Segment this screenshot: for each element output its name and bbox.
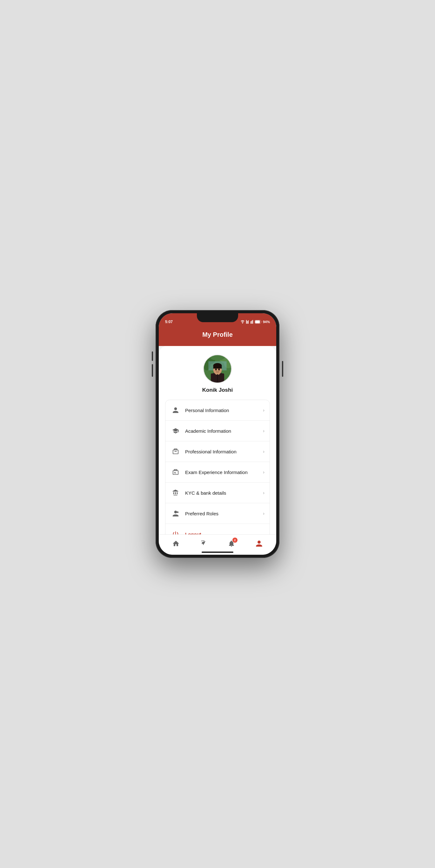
kyc-label: KYC & bank details — [185, 490, 263, 496]
battery-label: 94% — [263, 320, 270, 324]
menu-item-professional[interactable]: Professional Information › — [165, 441, 270, 462]
user-name: Konik Joshi — [202, 387, 233, 393]
svg-rect-21 — [213, 365, 222, 369]
home-indicator — [202, 552, 233, 553]
page-title: My Profile — [159, 331, 276, 338]
personal-info-label: Personal Information — [185, 408, 263, 413]
chevron-right-icon: › — [263, 408, 265, 413]
menu-list: Personal Information › Academic Informat… — [165, 400, 270, 534]
nav-item-profile[interactable] — [245, 539, 273, 548]
phone-screen: 5:07 94% My Profile — [159, 313, 276, 555]
phone-frame: 5:07 94% My Profile — [156, 310, 279, 558]
nav-item-rupee[interactable] — [190, 539, 218, 548]
rupee-icon — [199, 539, 208, 548]
menu-item-preferred-roles[interactable]: Preferred Roles › — [165, 503, 270, 524]
academic-info-label: Academic Information — [185, 428, 263, 434]
menu-item-academic[interactable]: Academic Information › — [165, 421, 270, 441]
person-icon — [170, 405, 181, 415]
menu-item-kyc[interactable]: KYC & bank details › — [165, 483, 270, 503]
status-icons: 94% — [241, 320, 270, 324]
menu-item-personal[interactable]: Personal Information › — [165, 400, 270, 421]
profile-card: Konik Joshi Personal Information › — [159, 346, 276, 534]
bank-icon — [170, 488, 181, 498]
home-icon — [172, 539, 180, 548]
preferred-roles-label: Preferred Roles — [185, 511, 263, 516]
exam-icon — [170, 467, 181, 477]
graduation-icon — [170, 426, 181, 436]
svg-rect-5 — [252, 320, 252, 324]
professional-info-label: Professional Information — [185, 449, 263, 454]
notification-badge: 2 — [232, 537, 237, 542]
chevron-right-icon: › — [263, 490, 265, 495]
main-content: Konik Joshi Personal Information › — [159, 346, 276, 534]
svg-point-23 — [218, 369, 220, 370]
nav-item-notifications[interactable]: 2 — [218, 539, 245, 548]
svg-rect-6 — [253, 320, 253, 324]
svg-rect-8 — [255, 320, 260, 323]
menu-item-logout[interactable]: Logout — [165, 524, 270, 534]
svg-point-22 — [215, 369, 217, 370]
nav-item-home[interactable] — [162, 539, 190, 548]
power-icon — [170, 529, 181, 534]
preferred-roles-icon — [170, 508, 181, 519]
exam-info-label: Exam Experience Information — [185, 470, 263, 475]
svg-rect-4 — [250, 321, 251, 324]
svg-rect-3 — [248, 320, 248, 324]
svg-point-0 — [242, 323, 243, 324]
menu-item-exam[interactable]: Exam Experience Information › — [165, 462, 270, 483]
avatar[interactable] — [203, 354, 232, 383]
page-header: My Profile — [159, 327, 276, 346]
svg-rect-2 — [247, 321, 248, 324]
status-time: 5:07 — [165, 320, 173, 324]
logout-label: Logout — [185, 531, 265, 535]
chevron-right-icon: › — [263, 511, 265, 516]
chevron-right-icon: › — [263, 428, 265, 433]
chevron-right-icon: › — [263, 470, 265, 475]
bell-icon: 2 — [227, 539, 236, 548]
briefcase-icon — [170, 446, 181, 457]
chevron-right-icon: › — [263, 449, 265, 454]
notch — [197, 313, 238, 322]
svg-rect-1 — [246, 320, 247, 324]
svg-rect-25 — [174, 451, 176, 452]
profile-nav-icon — [255, 539, 263, 548]
